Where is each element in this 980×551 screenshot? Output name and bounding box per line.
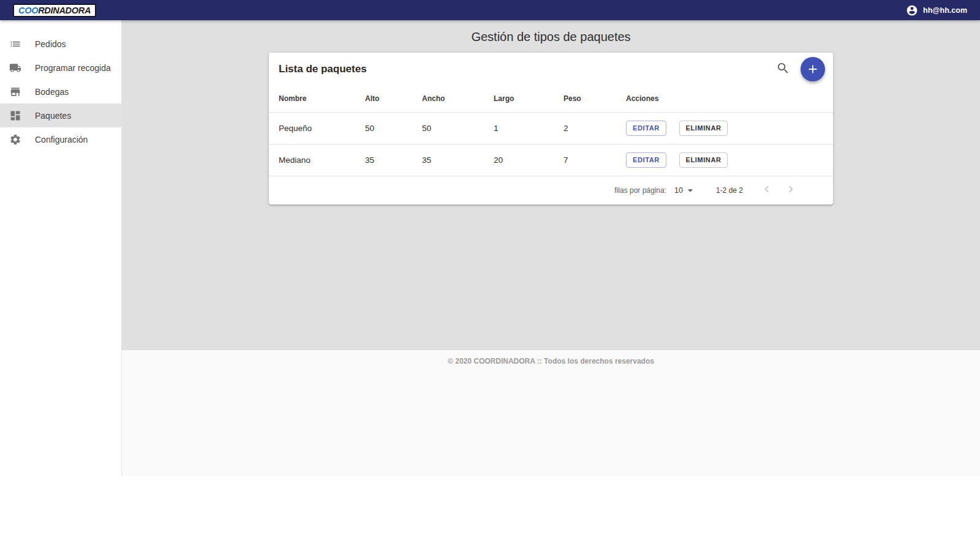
table-header-row: Nombre Alto Ancho Largo Peso Acciones [269,86,833,112]
table-row: Mediano 35 35 20 7 EDITAR ELIMINAR [269,144,833,176]
card-header: Lista de paquetes [269,53,833,86]
table-row: Pequeño 50 50 1 2 EDITAR ELIMINAR [269,112,833,144]
next-page-button[interactable] [784,182,797,198]
sidebar-item-configuracion[interactable]: Configuración [0,127,121,151]
add-paquete-button[interactable] [801,57,825,81]
plus-icon [806,62,820,76]
main-content: Gestión de tipos de paquetes Lista de pa… [122,20,980,350]
column-header-largo: Largo [484,86,554,112]
column-header-acciones: Acciones [616,86,833,112]
cell-alto: 35 [355,144,412,176]
cell-alto: 50 [355,112,412,144]
cell-peso: 7 [554,144,616,176]
copyright-text: © 2020 COORDINADORA :: Todos los derecho… [448,357,654,365]
coordinadora-logo[interactable]: COORDINADORA [13,4,96,17]
rows-per-page-label: filas por página: [614,186,666,195]
sidebar-item-label: Configuración [35,135,88,144]
top-navbar: COORDINADORA hh@hh.com [0,0,980,20]
app-window: COORDINADORA hh@hh.com Pedidos Programar… [0,0,980,476]
list-icon [9,38,21,50]
sidebar-item-label: Pedidos [35,39,66,49]
pagination-range: 1-2 de 2 [716,186,743,195]
logo-text-blue: COO [18,6,38,15]
sidebar-item-label: Paquetes [35,111,71,121]
delete-button[interactable]: ELIMINAR [679,152,728,168]
edit-button[interactable]: EDITAR [626,152,666,168]
rows-per-page-value: 10 [674,186,683,195]
account-circle-icon [906,4,918,17]
actions-cell: EDITAR ELIMINAR [616,144,833,176]
truck-icon [9,62,21,74]
sidebar: Pedidos Programar recogida Bodegas Paque… [0,20,122,476]
dashboard-icon [9,110,21,122]
sidebar-item-label: Bodegas [35,87,69,97]
sidebar-item-label: Programar recogida [35,63,111,73]
chevron-right-icon [784,182,797,196]
rows-per-page-select[interactable]: 10 [674,184,696,197]
sidebar-item-programar-recogida[interactable]: Programar recogida [0,56,121,80]
cell-ancho: 35 [412,144,484,176]
store-icon [9,86,21,98]
cell-peso: 2 [554,112,616,144]
column-header-alto: Alto [355,86,412,112]
pagination-bar: filas por página: 10 1-2 de 2 [269,176,833,204]
cell-largo: 20 [484,144,554,176]
logo-text-dark: RDINADORA [38,6,91,15]
previous-page-button[interactable] [760,182,774,198]
column-header-peso: Peso [554,86,616,112]
edit-button[interactable]: EDITAR [626,121,666,136]
search-icon [776,61,790,75]
table-body: Pequeño 50 50 1 2 EDITAR ELIMINAR Median… [269,112,833,176]
gear-icon [9,133,21,146]
page-footer: © 2020 COORDINADORA :: Todos los derecho… [122,350,980,476]
actions-cell: EDITAR ELIMINAR [616,112,833,144]
cell-largo: 1 [484,112,554,144]
dropdown-arrow-icon [684,184,696,197]
cell-ancho: 50 [412,112,484,144]
delete-button[interactable]: ELIMINAR [679,121,728,136]
column-header-nombre: Nombre [269,86,355,112]
sidebar-item-pedidos[interactable]: Pedidos [0,32,121,56]
card-title: Lista de paquetes [279,63,776,75]
sidebar-item-paquetes[interactable]: Paquetes [0,103,121,127]
column-header-ancho: Ancho [412,86,484,112]
cell-nombre: Pequeño [269,112,355,144]
search-button[interactable] [776,61,790,77]
paquetes-card: Lista de paquetes Nombre A [269,53,833,204]
sidebar-item-bodegas[interactable]: Bodegas [0,80,121,103]
cell-nombre: Mediano [269,144,355,176]
chevron-left-icon [760,182,774,196]
user-email: hh@hh.com [923,6,967,15]
page-title: Gestión de tipos de paquetes [122,20,980,45]
user-menu[interactable]: hh@hh.com [906,4,967,17]
paquetes-table: Nombre Alto Ancho Largo Peso Acciones Pe… [269,86,833,176]
